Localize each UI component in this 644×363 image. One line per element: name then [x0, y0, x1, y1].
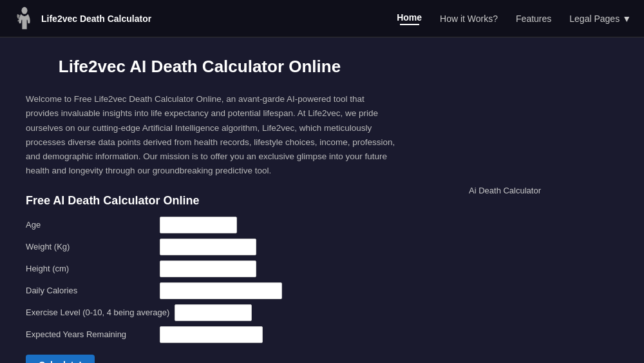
field-exercise-row: Exercise Level (0-10, 4 being average) — [26, 304, 399, 321]
nav-legal-pages[interactable]: Legal Pages ▼ — [569, 14, 631, 24]
field-exercise-label: Exercise Level (0-10, 4 being average) — [26, 308, 169, 317]
left-column: Life2vec AI Death Calculator Online Welc… — [26, 57, 399, 363]
nav-home[interactable]: Home — [397, 12, 422, 25]
field-height-row: Height (cm) — [26, 260, 399, 277]
form-section-title: Free AI Death Calculator Online — [26, 194, 399, 208]
nav-links: Home How it Works? Features Legal Pages … — [397, 12, 631, 25]
field-weight-label: Weight (Kg) — [26, 242, 155, 251]
main-content: Life2vec AI Death Calculator Online Welc… — [0, 37, 644, 363]
sidebar-label: Ai Death Calculator — [469, 186, 541, 195]
field-calories-label: Daily Calories — [26, 286, 155, 295]
field-age-label: Age — [26, 220, 155, 230]
right-column: Ai Death Calculator — [412, 57, 541, 363]
brand-icon — [13, 5, 36, 33]
page-title: Life2vec AI Death Calculator Online — [26, 57, 399, 77]
weight-input[interactable] — [160, 239, 256, 255]
field-calories-row: Daily Calories — [26, 282, 399, 299]
brand-text: Life2vec Death Calculator — [41, 14, 151, 24]
calories-input[interactable] — [160, 282, 282, 299]
field-expected-label: Expected Years Remaining — [26, 329, 155, 339]
svg-point-0 — [21, 6, 27, 14]
nav-active-indicator — [400, 24, 419, 25]
nav-features[interactable]: Features — [516, 14, 551, 24]
field-height-label: Height (cm) — [26, 264, 155, 273]
brand[interactable]: Life2vec Death Calculator — [13, 5, 151, 33]
field-expected-row: Expected Years Remaining — [26, 326, 399, 343]
field-weight-row: Weight (Kg) — [26, 239, 399, 255]
exercise-input[interactable] — [175, 304, 252, 321]
age-input[interactable] — [160, 217, 237, 233]
height-input[interactable] — [160, 260, 256, 277]
chevron-down-icon: ▼ — [622, 14, 631, 24]
intro-text: Welcome to Free Life2vec Death Calculato… — [26, 92, 399, 179]
nav-how-it-works[interactable]: How it Works? — [440, 14, 498, 24]
field-age-row: Age — [26, 217, 399, 233]
calculate-button[interactable]: Calculate! — [26, 355, 95, 363]
expected-input[interactable] — [160, 326, 263, 343]
navbar: Life2vec Death Calculator Home How it Wo… — [0, 0, 644, 37]
